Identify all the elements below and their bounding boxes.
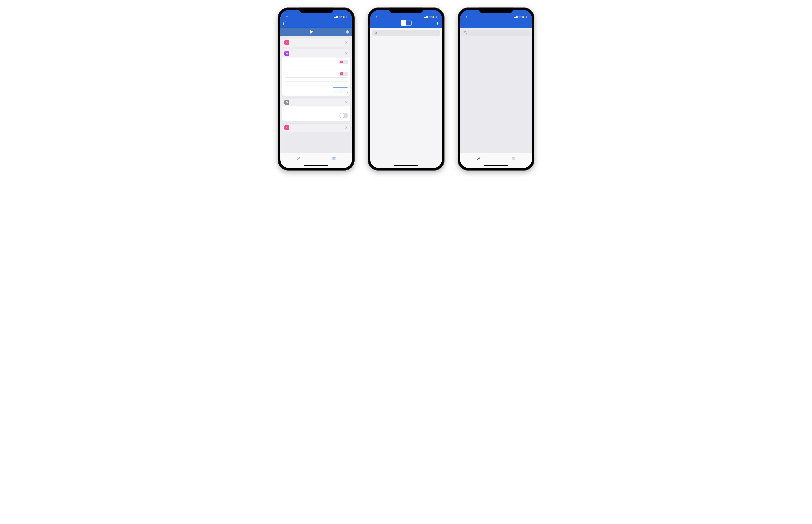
add-workflow-button[interactable]: +	[429, 21, 439, 26]
settings-button[interactable]	[345, 30, 349, 35]
svg-rect-16	[515, 17, 516, 18]
location-arrow-icon	[375, 16, 378, 18]
svg-rect-1	[335, 17, 336, 18]
search-icon	[374, 32, 377, 34]
tab-workflow[interactable]	[316, 153, 352, 165]
home-indicator[interactable]	[281, 165, 352, 168]
svg-rect-20	[523, 16, 524, 18]
param-search-by[interactable]	[285, 70, 348, 78]
svg-rect-8	[425, 17, 426, 18]
music-icon	[340, 72, 343, 75]
svg-rect-18	[517, 16, 518, 18]
action-search-itunes[interactable]: ✕	[282, 49, 351, 96]
seg-my-workflows[interactable]	[401, 20, 406, 26]
wand-icon	[476, 157, 480, 161]
search-actions-field[interactable]	[462, 30, 530, 36]
action-add-to-playlist[interactable]: ✕	[282, 123, 351, 132]
list-icon	[511, 157, 516, 161]
remove-action-button[interactable]: ✕	[345, 100, 348, 104]
tab-bar	[281, 153, 352, 165]
music-icon	[340, 61, 343, 63]
param-select-multiple[interactable]	[285, 111, 348, 120]
remove-action-button[interactable]: ✕	[345, 40, 348, 45]
wand-icon	[296, 157, 301, 161]
svg-rect-15	[514, 17, 515, 18]
svg-rect-0	[334, 17, 335, 18]
signal-icon	[334, 16, 338, 18]
tab-bar	[460, 153, 532, 165]
svg-rect-3	[337, 16, 338, 18]
battery-icon	[522, 16, 527, 18]
wifi-icon	[428, 16, 432, 18]
variable-token[interactable]	[339, 60, 348, 64]
tab-actions[interactable]	[460, 153, 496, 165]
music-app-icon	[284, 125, 289, 130]
phone-my-workflows: +	[368, 7, 444, 170]
music-app-icon	[284, 40, 289, 45]
battery-icon	[433, 16, 437, 18]
home-indicator[interactable]	[370, 164, 442, 167]
stepper-minus[interactable]: −	[333, 87, 340, 93]
nav-bar	[460, 18, 532, 28]
suggested-footer	[460, 37, 532, 41]
tab-workflow[interactable]	[496, 153, 532, 165]
svg-rect-17	[516, 16, 517, 18]
svg-rect-9	[426, 16, 427, 18]
actions-scroll[interactable]	[460, 28, 532, 153]
battery-icon	[343, 16, 348, 18]
variable-token[interactable]	[339, 72, 348, 76]
param-prompt[interactable]	[285, 107, 348, 111]
svg-rect-21	[527, 16, 527, 17]
notch	[389, 7, 423, 13]
param-country[interactable]	[285, 82, 348, 85]
select-multiple-switch[interactable]	[339, 113, 348, 118]
search-icon	[464, 31, 467, 34]
svg-rect-5	[343, 16, 344, 18]
param-items[interactable]: −+	[285, 85, 348, 95]
param-category[interactable]	[285, 66, 348, 70]
phone-editor: ✕ ✕	[278, 7, 355, 170]
phone-actions-browser	[458, 7, 535, 170]
svg-point-22	[464, 32, 466, 33]
wifi-icon	[339, 16, 342, 18]
notch	[479, 7, 513, 13]
remove-action-button[interactable]: ✕	[345, 51, 348, 56]
remove-action-button[interactable]: ✕	[345, 125, 348, 130]
wifi-icon	[519, 16, 522, 18]
home-indicator[interactable]	[460, 165, 532, 168]
nav-bar	[281, 18, 352, 28]
signal-icon	[514, 16, 518, 18]
param-search[interactable]	[285, 58, 348, 66]
workflows-scroll[interactable]	[370, 28, 442, 168]
search-field[interactable]	[372, 30, 440, 36]
action-choose-from-list[interactable]: ✕	[282, 98, 351, 121]
param-results[interactable]	[285, 78, 348, 82]
svg-rect-13	[437, 16, 437, 17]
svg-rect-12	[433, 16, 434, 18]
play-button[interactable]	[286, 30, 345, 35]
library-segmented-control[interactable]	[401, 20, 411, 26]
tab-actions[interactable]	[281, 153, 316, 165]
stepper-plus[interactable]: +	[340, 87, 348, 93]
signal-icon	[424, 16, 428, 18]
location-arrow-icon	[466, 16, 468, 18]
list-icon	[332, 157, 336, 161]
itunes-icon	[284, 51, 289, 56]
editor-toolbar	[281, 28, 352, 36]
svg-rect-7	[424, 17, 425, 18]
location-arrow-icon	[286, 16, 288, 18]
svg-rect-6	[347, 16, 347, 17]
item-count-stepper[interactable]: −+	[333, 87, 348, 93]
action-list[interactable]: ✕ ✕	[281, 36, 352, 153]
gear-icon	[284, 100, 289, 105]
seg-gallery[interactable]	[406, 20, 411, 26]
action-get-current-song[interactable]: ✕	[282, 38, 351, 47]
share-button[interactable]	[283, 20, 293, 26]
svg-rect-10	[427, 16, 428, 18]
svg-rect-2	[336, 16, 337, 18]
notch	[299, 7, 333, 13]
svg-point-14	[375, 32, 376, 34]
nav-bar: +	[370, 18, 442, 28]
